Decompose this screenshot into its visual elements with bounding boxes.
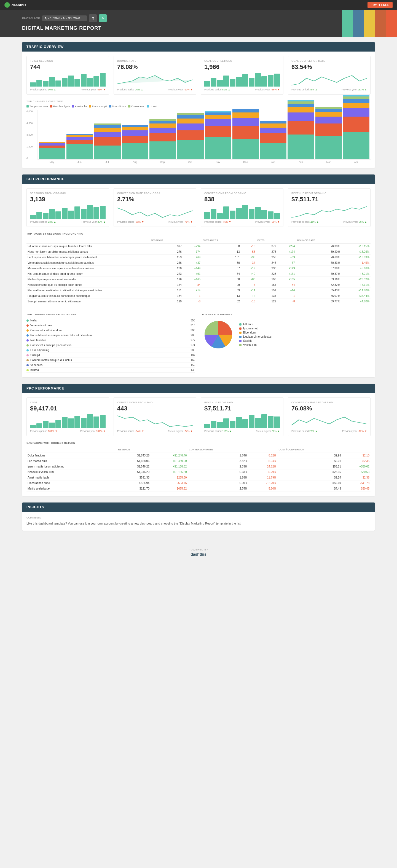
bar — [211, 209, 216, 219]
insights-body: COMMENTS Like this dashboard template? Y… — [22, 512, 375, 531]
table-row: Suscipit aenean sit nunc amet id elit se… — [27, 299, 370, 304]
legend-item: Faucibus ligula — [50, 105, 70, 108]
bounce-change: +14.80% — [341, 288, 370, 293]
traffic-metrics-row: TOTAL SESSIONS 744 — [27, 56, 370, 95]
legend-label: Nunc dictum — [112, 105, 126, 108]
comments-label: COMMENTS — [27, 516, 370, 519]
date-range-select[interactable]: Apr 1, 2020 - Apr 30, 2020 — [42, 16, 87, 21]
bar — [255, 418, 261, 428]
landing-name: Nulla — [27, 319, 37, 322]
entrances-change: -55 — [241, 249, 256, 255]
bar-col-aug — [122, 125, 148, 159]
landing-dot — [27, 324, 29, 327]
metric-goal-completions: GOAL COMPLETIONS 1,966 — [201, 56, 283, 95]
cost-change: +$50.02 — [342, 464, 370, 469]
segment — [149, 142, 176, 159]
bar — [249, 78, 254, 87]
exits-change: -8 — [277, 299, 296, 304]
bar — [49, 423, 55, 428]
share-button[interactable]: ⬆ — [89, 14, 97, 22]
report-header: REPORT FOR Apr 1, 2020 - Apr 30, 2020 ⬆ … — [0, 10, 397, 37]
metric-value: $9,417.01 — [30, 405, 105, 412]
list-item: Purus bibendum semper consectetur sit bi… — [27, 333, 195, 338]
bar — [223, 75, 229, 87]
bounce-change: +13.09% — [341, 255, 370, 260]
sessions-change: +91 — [183, 271, 202, 277]
legend-label: Prom suscipit — [92, 105, 107, 108]
landing-dot — [27, 330, 29, 332]
stacked-chart-container: 6,000 4,500 3,000 1,500 0 — [27, 110, 370, 163]
metric-conv-rate-paid: CONVERSION RATE FROM PAID 76.08% Previou… — [288, 398, 370, 436]
segment — [343, 99, 369, 103]
bar — [236, 208, 242, 219]
change-py: 39% — [98, 220, 105, 223]
landing-dot — [27, 354, 29, 356]
rev-change: +$1,158.82 — [151, 464, 188, 469]
segment — [39, 146, 65, 148]
pie-legend-item: Ligula proin eros lectus — [239, 335, 272, 339]
logo: dashthis — [4, 2, 26, 8]
legend-label: Tempor sint urna — [30, 105, 48, 108]
page-name: Massa nulla urna scelerisque ipsum fauci… — [27, 266, 149, 271]
change-py: 36% — [272, 430, 280, 433]
x-label-sep: Sep — [149, 161, 176, 163]
list-item: Non faucibus 277 — [27, 338, 195, 343]
landing-name: Felis adipiscing — [27, 349, 49, 352]
metric-total-sessions: TOTAL SESSIONS 744 — [27, 56, 109, 95]
cost-conv: $9.24 — [277, 475, 342, 480]
bar — [255, 73, 261, 87]
rate-change: -12.20% — [248, 480, 277, 486]
segment — [233, 109, 259, 113]
mini-chart — [30, 414, 105, 428]
share-icon: ⬆ — [92, 16, 95, 21]
period-label: Previous period — [292, 88, 309, 91]
segment — [287, 113, 314, 121]
engine-name: Bibendum — [243, 331, 255, 334]
page-name: Nisl urna tristique sit risus amet in ur… — [27, 271, 149, 277]
legend-item: Amet nulla — [72, 105, 87, 108]
entrances: 39 — [202, 288, 241, 293]
change-pp: -82% — [135, 220, 144, 223]
change-pp: 35% — [309, 88, 317, 91]
exits: 223 — [256, 271, 277, 277]
seo-header: SEO PERFORMANCE — [22, 175, 375, 184]
table-row: Lectus posuere bibendum non tempor ipsum… — [27, 255, 370, 260]
metric-sessions-organic: SESSIONS FROM ORGANIC 3,139 — [27, 188, 109, 227]
list-item: Nulla 355 — [27, 318, 195, 323]
bar — [230, 211, 236, 219]
line-chart — [292, 205, 367, 219]
channels-title: TOP CHANNELS OVER TIME — [27, 100, 370, 103]
bar — [43, 421, 49, 428]
line-chart — [292, 73, 367, 87]
bar — [262, 76, 267, 87]
segment — [94, 137, 121, 146]
segment — [315, 136, 342, 159]
bar-col-jun — [66, 134, 93, 159]
segment — [315, 109, 342, 112]
change-py: -12% — [184, 88, 193, 91]
traffic-body: TOTAL SESSIONS 744 — [22, 52, 375, 168]
x-label-may: May — [39, 161, 65, 163]
sessions: 134 — [149, 293, 183, 299]
change-pp: 118% — [309, 220, 319, 223]
pie-legend-item: Vestibulum — [239, 343, 272, 347]
exits-change: +69 — [277, 255, 296, 260]
line-chart — [292, 414, 367, 428]
conv-rate: 3.82% — [188, 458, 248, 464]
col-exits: Exits — [256, 237, 277, 244]
sessions-change: -8 — [183, 299, 202, 304]
landing-value: 277 — [190, 339, 195, 342]
change-pp: -46% — [222, 220, 231, 223]
exits-change: -1 — [277, 293, 296, 299]
try-free-button[interactable]: TRY IT FREE — [367, 2, 393, 8]
exits: 196 — [256, 277, 277, 282]
landing-value: 303 — [190, 329, 195, 332]
cost-change: -$2.38 — [342, 475, 370, 480]
entrances: 29 — [202, 282, 241, 288]
revenue: $121.70 — [117, 486, 151, 492]
sessions-change: +149 — [183, 266, 202, 271]
edit-button[interactable]: ✎ — [99, 14, 107, 22]
landing-name: Posuere mattis nisi quis dui luctus — [27, 359, 72, 362]
decorative-colors — [342, 10, 397, 37]
metric-label: REVENUE FROM ORGANIC — [292, 192, 367, 195]
